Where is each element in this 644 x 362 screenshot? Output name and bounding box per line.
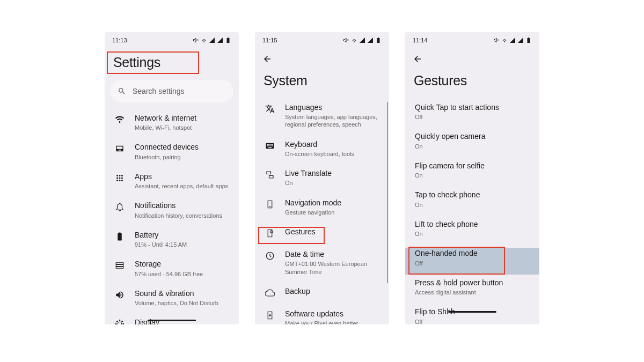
item-sub: On bbox=[285, 179, 380, 187]
item-sub: Off bbox=[415, 260, 531, 267]
nav-handle[interactable] bbox=[148, 320, 196, 321]
item-title: Date & time bbox=[285, 249, 380, 259]
item-title: Apps bbox=[135, 172, 230, 181]
item-sub: On-screen keyboard, tools bbox=[285, 150, 380, 158]
item-sub: Bluetooth, pairing bbox=[135, 153, 230, 161]
item-languages[interactable]: LanguagesSystem languages, app languages… bbox=[255, 97, 389, 134]
item-flip-camera[interactable]: Flip camera for selfieOn bbox=[405, 156, 539, 184]
status-time: 11:14 bbox=[413, 37, 428, 43]
item-title: Gestures bbox=[285, 227, 380, 237]
item-battery[interactable]: Battery91% - Until 4:15 AM bbox=[105, 225, 239, 254]
item-title: Quickly open camera bbox=[415, 131, 531, 141]
svg-point-1 bbox=[119, 175, 121, 176]
item-date-time[interactable]: Date & timeGMT+01:00 Western European Su… bbox=[255, 244, 389, 281]
svg-point-5 bbox=[121, 177, 123, 179]
toolbar bbox=[405, 48, 539, 70]
item-tap-check[interactable]: Tap to check phoneOn bbox=[405, 184, 539, 213]
bell-icon bbox=[115, 202, 125, 212]
battery-icon bbox=[375, 37, 382, 43]
item-title: Battery bbox=[135, 230, 230, 240]
item-title: Lift to check phone bbox=[415, 219, 531, 229]
item-apps[interactable]: AppsAssistant, recent apps, default apps bbox=[105, 166, 239, 195]
nav-handle[interactable] bbox=[448, 311, 496, 313]
item-open-camera[interactable]: Quickly open cameraOn bbox=[405, 126, 539, 155]
screen-settings: 11:13 Settings Search settings Network &… bbox=[105, 32, 239, 324]
search-placeholder: Search settings bbox=[133, 87, 185, 95]
pixel-link[interactable]: Pixel even better bbox=[314, 320, 358, 324]
toolbar bbox=[255, 48, 389, 70]
item-storage[interactable]: Storage57% used - 54.96 GB free bbox=[105, 254, 239, 283]
page-title: Settings bbox=[105, 48, 239, 80]
item-sub: 57% used - 54.96 GB free bbox=[135, 270, 230, 278]
item-title: Sound & vibration bbox=[135, 289, 230, 298]
screen-gestures: 11:14 Gestures Quick Tap to start action… bbox=[405, 32, 539, 324]
scrollbar[interactable] bbox=[387, 102, 388, 283]
item-quick-tap[interactable]: Quick Tap to start actionsOff bbox=[405, 97, 539, 126]
svg-point-4 bbox=[119, 177, 121, 179]
item-sub: On bbox=[415, 230, 531, 238]
search-icon bbox=[118, 87, 126, 95]
back-button[interactable] bbox=[262, 54, 272, 64]
svg-point-3 bbox=[116, 177, 118, 179]
status-bar: 11:13 bbox=[105, 32, 239, 48]
clock-icon bbox=[265, 251, 275, 261]
item-title: Network & internet bbox=[135, 113, 230, 123]
page-title: Gestures bbox=[405, 70, 539, 97]
signal-icon bbox=[359, 37, 365, 43]
item-keyboard[interactable]: KeyboardOn-screen keyboard, tools bbox=[255, 134, 389, 163]
status-bar: 11:15 bbox=[255, 32, 389, 48]
item-sub: Gesture navigation bbox=[285, 209, 380, 216]
item-title: Keyboard bbox=[285, 139, 380, 149]
item-display[interactable]: DisplayDark theme, font size, brightness bbox=[105, 312, 239, 324]
status-bar: 11:14 bbox=[405, 32, 539, 48]
wifi-icon bbox=[351, 37, 357, 43]
item-title: Quick Tap to start actions bbox=[415, 102, 531, 112]
mute-icon bbox=[493, 37, 500, 43]
volume-icon bbox=[115, 290, 125, 300]
devices-icon bbox=[115, 144, 125, 153]
battery-icon bbox=[225, 37, 231, 43]
item-title: Navigation mode bbox=[285, 198, 380, 208]
mute-icon bbox=[193, 37, 199, 43]
item-power-button[interactable]: Press & hold power buttonAccess digital … bbox=[405, 272, 539, 301]
navigation-icon bbox=[265, 200, 275, 209]
status-icons bbox=[493, 37, 532, 43]
item-navigation[interactable]: Navigation modeGesture navigation bbox=[255, 193, 389, 221]
apps-icon bbox=[115, 173, 125, 183]
item-flip-shhh[interactable]: Flip to ShhhOff bbox=[405, 301, 539, 324]
item-sub: Off bbox=[415, 113, 531, 121]
item-title: Press & hold power button bbox=[415, 278, 531, 287]
item-connected-devices[interactable]: Connected devicesBluetooth, pairing bbox=[105, 137, 239, 166]
svg-point-6 bbox=[116, 180, 118, 181]
item-network[interactable]: Network & internetMobile, Wi-Fi, hotspot bbox=[105, 108, 239, 137]
status-icons bbox=[343, 37, 382, 43]
item-one-handed[interactable]: One-handed modeOff bbox=[405, 243, 539, 272]
item-sub: On bbox=[415, 201, 531, 209]
item-title: Flip camera for selfie bbox=[415, 161, 531, 171]
item-sound[interactable]: Sound & vibrationVolume, haptics, Do Not… bbox=[105, 283, 239, 312]
search-input[interactable]: Search settings bbox=[110, 80, 233, 102]
item-gestures[interactable]: Gestures bbox=[255, 221, 389, 244]
status-icons bbox=[193, 37, 231, 43]
live-translate-icon bbox=[265, 170, 275, 180]
item-title: Connected devices bbox=[135, 142, 230, 152]
item-software-updates[interactable]: Software updatesMake your Pixel even bet… bbox=[255, 304, 389, 324]
wifi-icon bbox=[115, 115, 125, 124]
screen-system: 11:15 System LanguagesSystem languages, … bbox=[255, 32, 389, 324]
svg-point-0 bbox=[116, 175, 118, 176]
item-backup[interactable]: Backup bbox=[255, 281, 389, 304]
wifi-icon bbox=[501, 37, 508, 43]
item-lift-check[interactable]: Lift to check phoneOn bbox=[405, 214, 539, 243]
cloud-icon bbox=[265, 288, 275, 298]
back-button[interactable] bbox=[413, 54, 422, 64]
item-notifications[interactable]: NotificationsNotification history, conve… bbox=[105, 195, 239, 224]
item-sub: Volume, haptics, Do Not Disturb bbox=[135, 299, 230, 307]
svg-point-9 bbox=[270, 231, 273, 233]
item-sub: 91% - Until 4:15 AM bbox=[135, 241, 230, 248]
item-sub: Mobile, Wi-Fi, hotspot bbox=[135, 124, 230, 131]
signal-icon-2 bbox=[517, 37, 524, 43]
signal-icon-2 bbox=[367, 37, 374, 43]
item-title: Software updates bbox=[285, 309, 380, 319]
item-live-translate[interactable]: Live TranslateOn bbox=[255, 163, 389, 192]
item-sub: Notification history, conversations bbox=[135, 212, 230, 219]
